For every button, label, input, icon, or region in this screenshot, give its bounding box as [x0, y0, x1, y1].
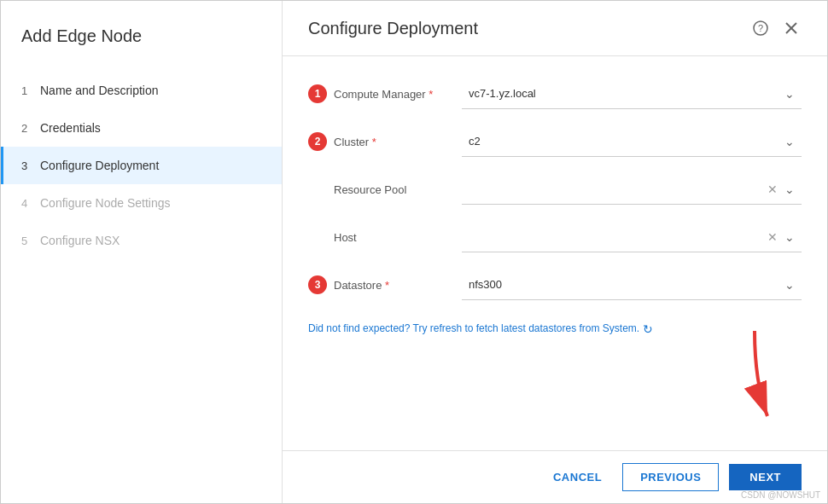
- cluster-label-wrapper: 2 Cluster *: [308, 132, 462, 151]
- cluster-input-wrapper: c2 ⌄: [462, 126, 802, 157]
- step-2-label: Credentials: [40, 121, 101, 135]
- cancel-button[interactable]: CANCEL: [543, 464, 612, 490]
- datastore-input-wrapper: nfs300 ⌄: [462, 269, 802, 300]
- resource-pool-label-wrapper: Resource Pool: [308, 183, 462, 196]
- right-header: Configure Deployment ?: [283, 1, 827, 56]
- refresh-icon[interactable]: ↻: [643, 322, 653, 336]
- left-panel-title: Add Edge Node: [1, 26, 282, 72]
- host-select[interactable]: [462, 222, 802, 252]
- next-button[interactable]: NEXT: [729, 464, 802, 490]
- compute-manager-select[interactable]: vc7-1.yz.local: [462, 78, 802, 109]
- step-2[interactable]: 2 Credentials: [1, 109, 282, 147]
- step-4-number: 4: [21, 197, 40, 210]
- compute-manager-label-wrapper: 1 Compute Manager *: [308, 84, 462, 103]
- datastore-badge: 3: [308, 275, 327, 294]
- step-5-number: 5: [21, 235, 40, 247]
- compute-manager-input-wrapper: vc7-1.yz.local ⌄: [462, 78, 802, 109]
- step-1[interactable]: 1 Name and Description: [1, 72, 282, 109]
- close-button[interactable]: [781, 18, 802, 38]
- step-5[interactable]: 5 Configure NSX: [1, 222, 282, 259]
- modal-wrapper: Add Edge Node 1 Name and Description 2 C…: [0, 0, 828, 504]
- step-3-label: Configure Deployment: [40, 159, 159, 172]
- step-1-number: 1: [21, 84, 40, 97]
- resource-pool-select[interactable]: [462, 174, 802, 205]
- host-label: Host: [334, 231, 357, 244]
- red-arrow: [725, 331, 784, 442]
- host-row: Host ✕ ⌄: [308, 220, 802, 254]
- step-2-number: 2: [21, 122, 40, 135]
- resource-pool-clear-icon[interactable]: ✕: [767, 182, 778, 196]
- datastore-label-wrapper: 3 Datastore *: [308, 275, 462, 294]
- resource-pool-input-wrapper: ✕ ⌄: [462, 174, 802, 205]
- host-input-wrapper: ✕ ⌄: [462, 222, 802, 252]
- svg-text:?: ?: [758, 23, 763, 33]
- cluster-row: 2 Cluster * c2 ⌄: [308, 125, 802, 159]
- help-button[interactable]: ?: [750, 18, 771, 38]
- compute-manager-label: Compute Manager *: [334, 88, 433, 101]
- datastore-select[interactable]: nfs300: [462, 269, 802, 300]
- resource-pool-row: Resource Pool ✕ ⌄: [308, 172, 802, 206]
- step-4[interactable]: 4 Configure Node Settings: [1, 184, 282, 222]
- right-panel-title: Configure Deployment: [308, 19, 478, 38]
- step-3[interactable]: 3 Configure Deployment: [1, 147, 282, 184]
- compute-manager-badge: 1: [308, 84, 327, 103]
- step-5-label: Configure NSX: [40, 234, 120, 247]
- step-3-number: 3: [21, 159, 40, 172]
- datastore-label: Datastore *: [334, 279, 389, 292]
- cluster-label: Cluster *: [334, 136, 376, 148]
- left-panel: Add Edge Node 1 Name and Description 2 C…: [1, 1, 283, 503]
- cluster-badge: 2: [308, 132, 327, 151]
- right-panel: Configure Deployment ?: [283, 1, 827, 503]
- step-4-label: Configure Node Settings: [40, 196, 171, 210]
- step-1-label: Name and Description: [40, 84, 159, 97]
- resource-pool-label: Resource Pool: [334, 183, 406, 196]
- previous-button[interactable]: PREVIOUS: [622, 463, 719, 491]
- host-label-wrapper: Host: [308, 231, 462, 244]
- cluster-select[interactable]: c2: [462, 126, 802, 157]
- header-icons: ?: [750, 18, 802, 38]
- datastore-row: 3 Datastore * nfs300 ⌄: [308, 268, 802, 302]
- watermark: CSDN @NOWSHUT: [741, 490, 820, 500]
- compute-manager-row: 1 Compute Manager * vc7-1.yz.local ⌄: [308, 77, 802, 111]
- host-clear-icon[interactable]: ✕: [767, 230, 778, 244]
